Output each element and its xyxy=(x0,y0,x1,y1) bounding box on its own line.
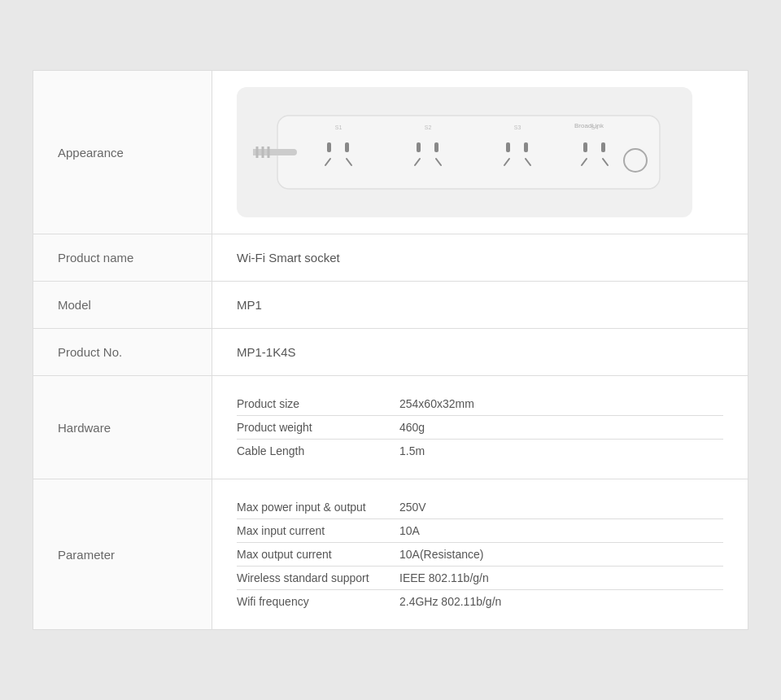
hardware-item-weight: Product weight 460g xyxy=(237,416,723,440)
svg-rect-22 xyxy=(583,142,587,152)
label-hardware: Hardware xyxy=(33,376,212,479)
param-input-current-label: Max input current xyxy=(237,519,399,543)
svg-rect-18 xyxy=(524,142,528,152)
param-wifi-label: Wifi frequency xyxy=(237,590,399,614)
svg-text:S1: S1 xyxy=(335,125,343,130)
svg-text:S4: S4 xyxy=(591,125,599,130)
hardware-item-size: Product size 254x60x32mm xyxy=(237,392,723,416)
param-wireless-label: Wireless standard support xyxy=(237,567,399,590)
label-product-no: Product No. xyxy=(33,329,212,376)
svg-rect-12 xyxy=(417,142,421,152)
param-item-wifi: Wifi frequency 2.4GHz 802.11b/g/n xyxy=(237,590,723,614)
hardware-size-value: 254x60x32mm xyxy=(399,392,723,416)
param-input-current-value: 10A xyxy=(399,519,723,543)
row-hardware: Hardware Product size 254x60x32mm Produc… xyxy=(33,376,748,479)
svg-text:BroadLink: BroadLink xyxy=(574,122,604,129)
hardware-item-cable: Cable Length 1.5m xyxy=(237,440,723,463)
label-product-name: Product name xyxy=(33,234,212,282)
label-appearance: Appearance xyxy=(33,71,212,234)
param-item-output-current: Max output current 10A(Resistance) xyxy=(237,543,723,567)
param-wireless-value: IEEE 802.11b/g/n xyxy=(399,567,723,590)
value-appearance: BroadLink S1 S2 xyxy=(212,71,748,234)
row-parameter: Parameter Max power input & output 250V … xyxy=(33,479,748,630)
value-model: MP1 xyxy=(212,282,748,329)
param-wifi-value: 2.4GHz 802.11b/g/n xyxy=(399,590,723,614)
value-hardware: Product size 254x60x32mm Product weight … xyxy=(212,376,748,479)
label-model: Model xyxy=(33,282,212,329)
svg-rect-13 xyxy=(434,142,438,152)
row-model: Model MP1 xyxy=(33,282,748,329)
value-product-name: Wi-Fi Smart socket xyxy=(212,234,748,282)
svg-text:S3: S3 xyxy=(514,125,521,130)
value-parameter: Max power input & output 250V Max input … xyxy=(212,479,748,630)
svg-rect-17 xyxy=(506,142,510,152)
spec-table: Appearance BroadLink S1 xyxy=(33,70,748,630)
svg-rect-7 xyxy=(327,142,331,152)
hardware-sub-table: Product size 254x60x32mm Product weight … xyxy=(237,392,723,462)
power-strip-svg: BroadLink S1 S2 xyxy=(253,103,676,201)
hardware-size-label: Product size xyxy=(237,392,399,416)
parameter-sub-table: Max power input & output 250V Max input … xyxy=(237,496,723,613)
hardware-weight-value: 460g xyxy=(399,416,723,440)
param-item-input-current: Max input current 10A xyxy=(237,519,723,543)
row-appearance: Appearance BroadLink S1 xyxy=(33,71,748,234)
svg-rect-23 xyxy=(601,142,605,152)
row-product-name: Product name Wi-Fi Smart socket xyxy=(33,234,748,282)
row-product-no: Product No. MP1-1K4S xyxy=(33,329,748,376)
hardware-weight-label: Product weight xyxy=(237,416,399,440)
hardware-cable-value: 1.5m xyxy=(399,440,723,463)
label-parameter: Parameter xyxy=(33,479,212,630)
hardware-cable-label: Cable Length xyxy=(237,440,399,463)
value-product-no: MP1-1K4S xyxy=(212,329,748,376)
param-output-current-value: 10A(Resistance) xyxy=(399,543,723,567)
param-output-current-label: Max output current xyxy=(237,543,399,567)
param-power-value: 250V xyxy=(399,496,723,519)
param-power-label: Max power input & output xyxy=(237,496,399,519)
svg-text:S2: S2 xyxy=(425,125,432,130)
param-item-wireless: Wireless standard support IEEE 802.11b/g… xyxy=(237,567,723,590)
svg-rect-8 xyxy=(345,142,349,152)
product-image: BroadLink S1 S2 xyxy=(237,87,692,217)
param-item-power: Max power input & output 250V xyxy=(237,496,723,519)
